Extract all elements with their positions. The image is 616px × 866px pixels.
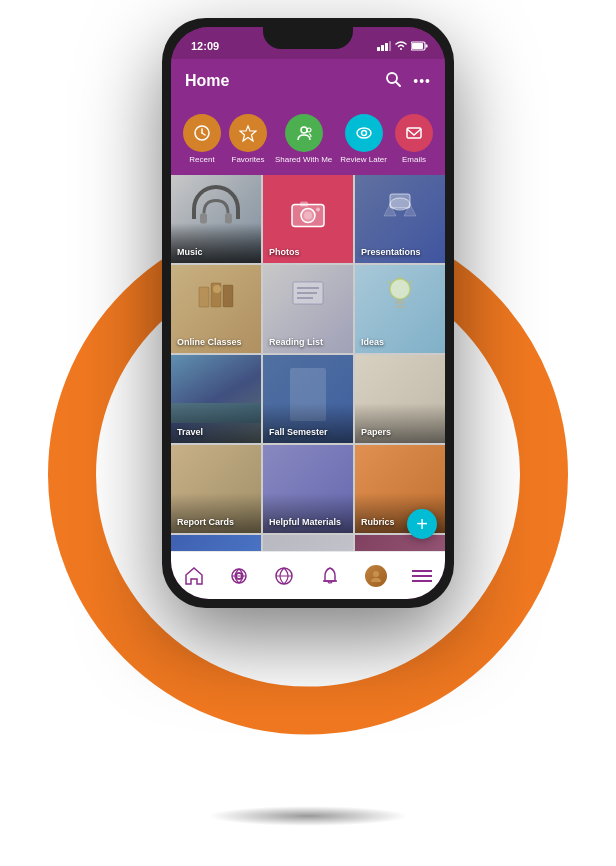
- svg-rect-2: [385, 43, 388, 51]
- svg-rect-6: [426, 45, 428, 48]
- label-presentations: Presentations: [361, 247, 421, 257]
- svg-point-48: [373, 571, 379, 577]
- svg-line-39: [388, 281, 390, 283]
- nav-item-globe[interactable]: [270, 562, 298, 590]
- status-time: 12:09: [191, 40, 219, 52]
- svg-point-24: [316, 208, 320, 212]
- header-actions: •••: [385, 71, 431, 91]
- grid-item-biology[interactable]: Biology: [171, 535, 261, 551]
- grid-item-report-cards[interactable]: Report Cards: [171, 445, 261, 533]
- svg-rect-26: [390, 194, 410, 208]
- svg-point-15: [357, 128, 371, 138]
- bottom-nav: [171, 551, 445, 599]
- svg-point-35: [390, 279, 410, 299]
- quick-item-review[interactable]: Review Later: [340, 114, 387, 164]
- svg-line-11: [202, 133, 205, 135]
- home-icon: [184, 566, 204, 586]
- grid-item-online-classes[interactable]: Online Classes: [171, 265, 261, 353]
- label-online-classes: Online Classes: [177, 337, 242, 347]
- nav-item-connections[interactable]: [225, 562, 253, 590]
- phone-shadow: [208, 806, 408, 826]
- quick-item-favorites[interactable]: Favorites: [229, 114, 267, 164]
- svg-rect-37: [396, 305, 404, 308]
- svg-point-22: [304, 212, 312, 220]
- grid-item-administration[interactable]: Administration: [263, 535, 353, 551]
- status-icons: [377, 41, 429, 51]
- grid-item-reading-list[interactable]: Reading List: [263, 265, 353, 353]
- svg-rect-29: [223, 285, 233, 307]
- nav-item-bell[interactable]: [316, 562, 344, 590]
- review-icon: [345, 114, 383, 152]
- phone-screen: 12:09: [171, 27, 445, 599]
- label-reading-list: Reading List: [269, 337, 323, 347]
- phone-shell: 12:09: [162, 18, 454, 608]
- svg-rect-27: [199, 287, 209, 307]
- recent-icon: [183, 114, 221, 152]
- emails-icon: [395, 114, 433, 152]
- bulb-illustration: [385, 276, 415, 312]
- camera-illustration: [290, 199, 326, 229]
- more-icon[interactable]: •••: [413, 73, 431, 89]
- battery-icon: [411, 41, 429, 51]
- scene: 12:09: [0, 0, 616, 866]
- menu-icon: [412, 569, 432, 583]
- grid-area: Music Photos: [171, 175, 445, 551]
- quick-label-shared: Shared With Me: [275, 155, 332, 164]
- avatar-icon: [365, 565, 387, 587]
- globe-icon: [274, 566, 294, 586]
- grid-item-photos[interactable]: Photos: [263, 175, 353, 263]
- bell-icon: [320, 566, 340, 586]
- svg-rect-23: [300, 202, 308, 207]
- quick-label-review: Review Later: [340, 155, 387, 164]
- quick-access-bar: Recent Favorites: [171, 103, 445, 175]
- nav-item-menu[interactable]: [408, 565, 436, 587]
- quick-item-emails[interactable]: Emails: [395, 114, 433, 164]
- search-icon[interactable]: [385, 71, 401, 91]
- svg-line-8: [396, 82, 400, 86]
- label-papers: Papers: [361, 427, 391, 437]
- grid-item-travel[interactable]: Travel: [171, 355, 261, 443]
- svg-point-13: [301, 127, 307, 133]
- grid-item-philosophy[interactable]: Philosophy: [355, 535, 445, 551]
- quick-label-favorites: Favorites: [232, 155, 265, 164]
- projector-illustration: [380, 192, 420, 224]
- quick-label-emails: Emails: [402, 155, 426, 164]
- wifi-icon: [395, 41, 407, 51]
- svg-point-30: [213, 285, 221, 293]
- svg-rect-0: [377, 47, 380, 51]
- grid-item-fall-semester[interactable]: Fall Semester: [263, 355, 353, 443]
- grid-item-ideas[interactable]: Ideas: [355, 265, 445, 353]
- quick-item-shared[interactable]: Shared With Me: [275, 114, 332, 164]
- fab-icon: +: [416, 514, 428, 534]
- nav-item-avatar[interactable]: [361, 561, 391, 591]
- label-photos: Photos: [269, 247, 300, 257]
- app-header: Home •••: [171, 59, 445, 103]
- nav-item-home[interactable]: [180, 562, 208, 590]
- svg-rect-1: [381, 45, 384, 51]
- label-travel: Travel: [177, 427, 203, 437]
- svg-point-16: [361, 131, 366, 136]
- svg-rect-3: [389, 41, 391, 51]
- favorites-icon: [229, 114, 267, 152]
- label-fall-semester: Fall Semester: [269, 427, 328, 437]
- grid-item-presentations[interactable]: Presentations: [355, 175, 445, 263]
- label-music: Music: [177, 247, 203, 257]
- signal-icon: [377, 41, 391, 51]
- quick-item-recent[interactable]: Recent: [183, 114, 221, 164]
- notch: [263, 27, 353, 49]
- grid-item-music[interactable]: Music: [171, 175, 261, 263]
- svg-marker-12: [240, 126, 256, 141]
- svg-rect-17: [407, 128, 421, 138]
- fab-button[interactable]: +: [407, 509, 437, 539]
- label-report-cards: Report Cards: [177, 517, 234, 527]
- quick-label-recent: Recent: [189, 155, 214, 164]
- svg-rect-36: [395, 300, 405, 304]
- svg-line-40: [410, 281, 412, 283]
- grid-item-papers[interactable]: Papers: [355, 355, 445, 443]
- label-helpful-materials: Helpful Materials: [269, 517, 341, 527]
- grid-item-helpful-materials[interactable]: Helpful Materials: [263, 445, 353, 533]
- connections-icon: [229, 566, 249, 586]
- books-illustration: [197, 279, 235, 309]
- header-title: Home: [185, 72, 229, 90]
- label-ideas: Ideas: [361, 337, 384, 347]
